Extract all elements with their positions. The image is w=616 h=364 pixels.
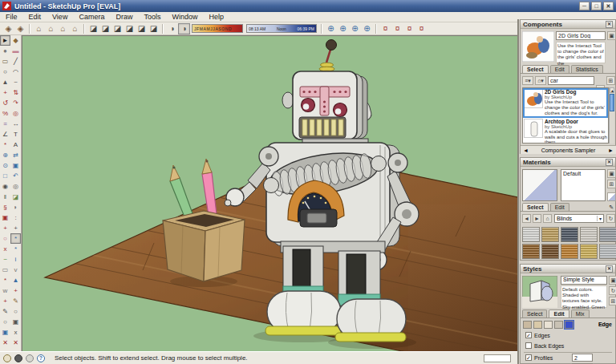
push-pull-tool[interactable]: ⇅ xyxy=(10,87,21,98)
edges-checkbox[interactable]: ✓ Edges xyxy=(525,332,550,338)
material-swatch-3[interactable] xyxy=(580,227,598,242)
back-arrow-icon[interactable]: ◄ xyxy=(522,214,531,223)
pink-magnifier-icon[interactable]: ○ xyxy=(0,233,10,244)
status-icon-model[interactable] xyxy=(14,354,22,362)
zoom-extents-tool[interactable]: □ xyxy=(0,171,10,181)
bird-icon[interactable]: v xyxy=(10,265,21,275)
in-model-icon[interactable]: ⌂ xyxy=(543,214,552,223)
material-swatch-5[interactable] xyxy=(522,244,540,259)
freehand-tool[interactable]: ~ xyxy=(10,77,21,87)
material-collection-dropdown[interactable]: Blinds ▾ xyxy=(554,214,604,223)
3d-text-tool[interactable]: A xyxy=(10,140,21,150)
maximize-button[interactable]: □ xyxy=(591,2,602,10)
modeling-settings-icon[interactable] xyxy=(565,321,573,329)
red-pick-icon[interactable]: x xyxy=(0,244,10,254)
get-current-view-icon[interactable]: ⊕ xyxy=(325,23,337,34)
component-list-item[interactable]: Archtop Door by SketchUp A scalable door… xyxy=(523,118,608,144)
rocket-icon[interactable]: ▲ xyxy=(10,275,21,285)
help-icon[interactable]: ? xyxy=(37,354,45,362)
make-component-tool[interactable]: ◆ xyxy=(10,35,21,46)
tab-styles-select[interactable]: Select xyxy=(522,309,547,317)
compass-icon[interactable]: + xyxy=(10,223,21,233)
zoom-tool[interactable]: ⊙ xyxy=(0,160,10,171)
close-button[interactable]: ✕ xyxy=(603,2,614,10)
advanced-search-icon[interactable]: ⊞ xyxy=(606,76,615,85)
close-icon[interactable]: ✕ xyxy=(606,159,613,166)
eraser-tool[interactable]: ▬ xyxy=(10,46,21,56)
style-name-field[interactable]: Simple Style xyxy=(561,276,607,285)
position-camera-tool[interactable]: ◉ xyxy=(0,181,10,192)
footer-prev-icon[interactable]: ◄ xyxy=(521,148,531,153)
look-around-tool[interactable]: ◎ xyxy=(10,181,21,192)
component-name-field[interactable] xyxy=(556,31,606,40)
menu-camera[interactable]: Camera xyxy=(73,13,110,21)
xray-icon[interactable]: ◪ xyxy=(87,23,99,34)
shadow-toggle-icon[interactable]: ◑ xyxy=(178,23,190,34)
arc-tool[interactable]: ◠ xyxy=(10,67,21,77)
components-scrollbar[interactable]: ▲ xyxy=(609,87,614,144)
photo-textures-icon[interactable]: ¤ xyxy=(415,23,428,34)
protractor-tool[interactable]: ∠ xyxy=(0,129,10,140)
shell-icon[interactable]: ◗ xyxy=(10,202,21,212)
front-view-icon[interactable]: ⌂ xyxy=(57,23,69,34)
shadow-month-slider[interactable]: JFMAMJJASOND xyxy=(192,24,243,33)
snowflake-icon[interactable]: * xyxy=(0,275,10,285)
tab-styles-edit[interactable]: Edit xyxy=(549,309,569,317)
styles-title-bar[interactable]: Styles ✕ xyxy=(521,265,615,273)
components-title-bar[interactable]: Components ✕ xyxy=(521,20,615,29)
menu-window[interactable]: Window xyxy=(166,13,203,21)
dimension-tool[interactable]: ↔ xyxy=(10,119,21,129)
display-pane-toggle-icon[interactable]: ▣ xyxy=(609,276,616,285)
scrollbar-thumb[interactable] xyxy=(610,94,614,111)
upload-model-icon[interactable]: ¤ xyxy=(403,23,415,34)
polygon-tool[interactable]: ▲ xyxy=(0,77,10,87)
edge-settings-icon[interactable] xyxy=(523,321,532,329)
viewport[interactable] xyxy=(22,35,517,351)
offset-tool[interactable]: ◎ xyxy=(10,108,21,119)
status-icon-credit[interactable] xyxy=(26,354,34,362)
menu-help[interactable]: Help xyxy=(203,13,229,21)
red-swirl-icon[interactable]: § xyxy=(0,202,10,212)
tab-components-edit[interactable]: Edit xyxy=(550,65,569,73)
circle-tool[interactable]: ○ xyxy=(0,67,10,77)
iso-view-icon[interactable]: ⌂ xyxy=(33,23,45,34)
material-swatch-1[interactable] xyxy=(541,227,559,242)
watermark-settings-icon[interactable] xyxy=(554,321,563,329)
red-plus-icon[interactable]: + xyxy=(0,296,10,306)
paint-bucket-tool[interactable]: ● xyxy=(0,46,10,56)
walk-tool[interactable]: ‖ xyxy=(0,192,10,202)
profiles-value-field[interactable] xyxy=(572,354,593,362)
sample-paint-icon[interactable]: ↻ xyxy=(606,214,615,223)
new-style-icon[interactable]: ⊞ xyxy=(609,297,616,305)
shaded-textures-icon[interactable]: ◪ xyxy=(136,23,148,34)
face-settings-icon[interactable] xyxy=(533,321,542,329)
view-options-dropdown-icon[interactable]: ≡▾ xyxy=(522,76,533,85)
shadow-settings-icon[interactable]: ◑ xyxy=(166,23,178,34)
display-pane-toggle-icon[interactable]: ▣ xyxy=(607,169,616,178)
toggle-terrain-icon[interactable]: ⊕ xyxy=(337,23,349,34)
component-list-item[interactable]: 2D Girls Dog by SketchUp Use the Interac… xyxy=(523,88,608,118)
tab-components-statistics[interactable]: Statistics xyxy=(571,65,603,73)
profiles-checkbox[interactable]: ✓ Profiles xyxy=(525,354,553,361)
minimize-button[interactable]: ─ xyxy=(579,2,590,10)
select-tool[interactable]: ► xyxy=(0,35,10,46)
background-settings-icon[interactable] xyxy=(544,321,553,329)
magnifier-box-icon[interactable]: ▣ xyxy=(10,317,21,327)
shaded-icon[interactable]: ◪ xyxy=(124,23,136,34)
shadow-time-slider[interactable]: 08:13 AM Noon 06:39 PM xyxy=(246,24,317,33)
red-x-2-icon[interactable]: ✕ xyxy=(10,338,21,348)
red-x-icon[interactable]: ✕ xyxy=(0,338,10,348)
rotate-tool[interactable]: ↺ xyxy=(0,98,10,108)
follow-me-tool[interactable]: ↷ xyxy=(10,98,21,108)
material-swatch-4[interactable] xyxy=(599,227,616,242)
sketch-hand-icon[interactable]: ✎ xyxy=(0,306,10,317)
stamp-icon[interactable]: ▣ xyxy=(0,212,10,223)
component-search-input[interactable] xyxy=(548,76,594,85)
forward-arrow-icon[interactable]: ► xyxy=(533,214,541,223)
text-tool[interactable]: T xyxy=(10,129,21,140)
axes-tool[interactable]: * xyxy=(0,140,10,150)
material-swatch-9[interactable] xyxy=(599,244,616,259)
pan-tool[interactable]: ⇄ xyxy=(10,150,21,160)
monochrome-icon[interactable]: ◪ xyxy=(148,23,160,34)
magnifier-2-icon[interactable]: ○ xyxy=(0,317,10,327)
